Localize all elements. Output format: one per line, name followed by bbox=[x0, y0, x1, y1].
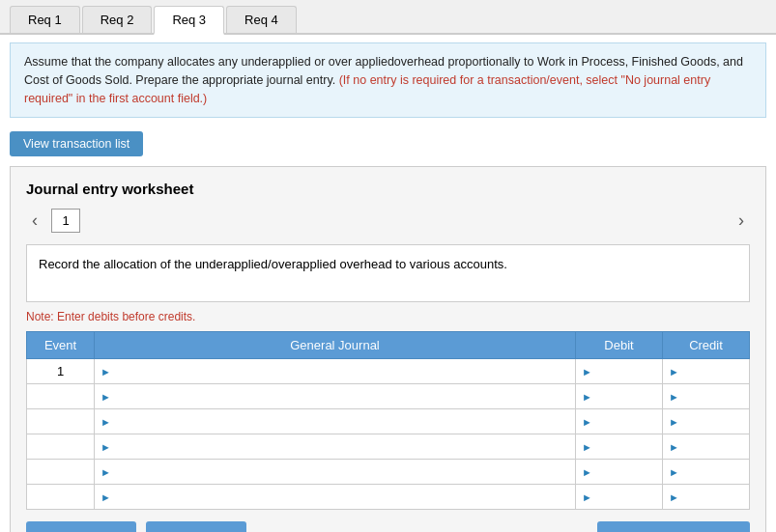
record-entry-button[interactable]: Record entry bbox=[26, 521, 136, 532]
cell-debit-1[interactable]: ► bbox=[576, 384, 663, 409]
note-text: Note: Enter debits before credits. bbox=[26, 310, 750, 323]
col-header-gj: General Journal bbox=[95, 332, 576, 359]
description-box: Record the allocation of the underapplie… bbox=[26, 244, 750, 302]
col-header-event: Event bbox=[27, 332, 95, 359]
debit-arrow-icon: ► bbox=[582, 366, 592, 378]
journal-table: Event General Journal Debit Credit 1►►►►… bbox=[26, 331, 750, 510]
cell-event-2 bbox=[27, 409, 95, 434]
tab-req3[interactable]: Req 3 bbox=[154, 6, 224, 35]
cell-debit-2[interactable]: ► bbox=[576, 409, 663, 434]
col-header-debit: Debit bbox=[576, 332, 663, 359]
gj-arrow-icon: ► bbox=[101, 366, 111, 378]
info-box: Assume that the company allocates any un… bbox=[10, 42, 766, 118]
table-row: ►►► bbox=[27, 409, 750, 434]
bottom-buttons: Record entry Clear entry View general jo… bbox=[26, 521, 750, 532]
clear-entry-button[interactable]: Clear entry bbox=[146, 521, 246, 532]
credit-arrow-icon: ► bbox=[669, 366, 679, 378]
credit-arrow-icon: ► bbox=[669, 491, 679, 503]
debit-arrow-icon: ► bbox=[582, 466, 592, 478]
gj-arrow-icon: ► bbox=[101, 416, 111, 428]
credit-arrow-icon: ► bbox=[669, 441, 679, 453]
debit-arrow-icon: ► bbox=[582, 416, 592, 428]
gj-arrow-icon: ► bbox=[101, 491, 111, 503]
page-number-box: 1 bbox=[51, 209, 80, 233]
gj-arrow-icon: ► bbox=[101, 466, 111, 478]
cell-gj-3[interactable]: ► bbox=[95, 434, 576, 460]
cell-event-1 bbox=[27, 384, 95, 409]
cell-gj-2[interactable]: ► bbox=[95, 409, 576, 434]
table-row: ►►► bbox=[27, 460, 750, 485]
debit-arrow-icon: ► bbox=[582, 391, 592, 403]
credit-arrow-icon: ► bbox=[669, 466, 679, 478]
worksheet-title: Journal entry worksheet bbox=[26, 181, 750, 197]
nav-row: ‹ 1 › bbox=[26, 209, 750, 233]
cell-gj-4[interactable]: ► bbox=[95, 460, 576, 485]
credit-arrow-icon: ► bbox=[669, 416, 679, 428]
cell-event-3 bbox=[27, 434, 95, 460]
col-header-credit: Credit bbox=[663, 332, 750, 359]
cell-debit-5[interactable]: ► bbox=[576, 485, 663, 510]
cell-credit-3[interactable]: ► bbox=[663, 434, 750, 460]
cell-debit-3[interactable]: ► bbox=[576, 434, 663, 460]
credit-arrow-icon: ► bbox=[669, 391, 679, 403]
tabs-bar: Req 1Req 2Req 3Req 4 bbox=[0, 0, 776, 35]
table-row: ►►► bbox=[27, 434, 750, 460]
debit-arrow-icon: ► bbox=[582, 491, 592, 503]
cell-event-4 bbox=[27, 460, 95, 485]
cell-debit-0[interactable]: ► bbox=[576, 359, 663, 384]
cell-debit-4[interactable]: ► bbox=[576, 460, 663, 485]
view-transaction-button[interactable]: View transaction list bbox=[10, 131, 143, 156]
cell-credit-2[interactable]: ► bbox=[663, 409, 750, 434]
cell-credit-1[interactable]: ► bbox=[663, 384, 750, 409]
cell-credit-4[interactable]: ► bbox=[663, 460, 750, 485]
tab-req2[interactable]: Req 2 bbox=[82, 6, 153, 33]
table-row: ►►► bbox=[27, 384, 750, 409]
tab-req4[interactable]: Req 4 bbox=[226, 6, 297, 33]
prev-arrow-button[interactable]: ‹ bbox=[26, 209, 43, 233]
table-row: 1►►► bbox=[27, 359, 750, 384]
cell-credit-5[interactable]: ► bbox=[663, 485, 750, 510]
table-row: ►►► bbox=[27, 485, 750, 510]
next-arrow-button[interactable]: › bbox=[733, 209, 750, 233]
view-general-journal-button[interactable]: View general journal bbox=[597, 521, 750, 532]
cell-event-5 bbox=[27, 485, 95, 510]
tab-req1[interactable]: Req 1 bbox=[10, 6, 80, 33]
cell-credit-0[interactable]: ► bbox=[663, 359, 750, 384]
cell-event-0: 1 bbox=[27, 359, 95, 384]
cell-gj-1[interactable]: ► bbox=[95, 384, 576, 409]
cell-gj-5[interactable]: ► bbox=[95, 485, 576, 510]
gj-arrow-icon: ► bbox=[101, 391, 111, 403]
cell-gj-0[interactable]: ► bbox=[95, 359, 576, 384]
debit-arrow-icon: ► bbox=[582, 441, 592, 453]
worksheet-container: Journal entry worksheet ‹ 1 › Record the… bbox=[10, 166, 766, 532]
gj-arrow-icon: ► bbox=[101, 441, 111, 453]
